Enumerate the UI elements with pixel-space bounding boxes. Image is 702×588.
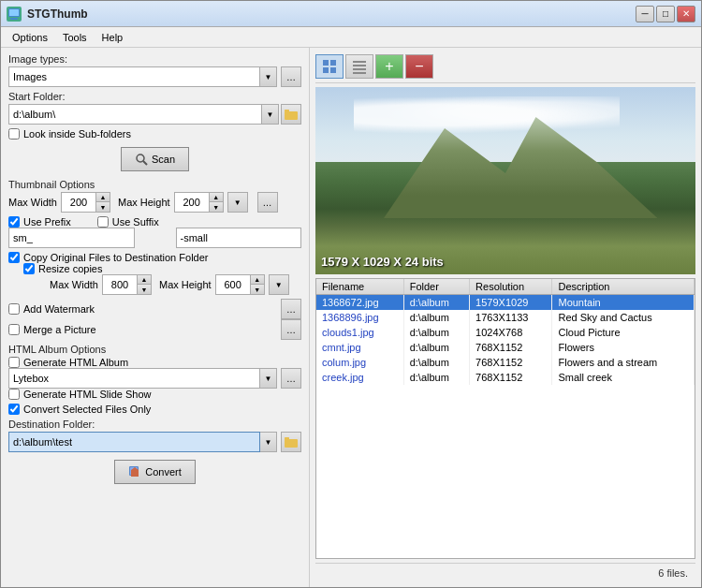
resize-max-width-up[interactable]: ▲ [138, 275, 151, 285]
thumb-max-width-input[interactable] [62, 193, 95, 212]
album-style-input[interactable] [8, 368, 260, 389]
image-types-input[interactable] [8, 66, 260, 87]
col-resolution[interactable]: Resolution [470, 279, 552, 295]
start-folder-combo: ▼ [8, 104, 279, 125]
menu-tools[interactable]: Tools [55, 30, 95, 45]
html-album-options-label: HTML Album Options [8, 344, 301, 355]
svg-line-7 [143, 161, 147, 165]
table-row[interactable]: creek.jpgd:\album768X1152Small creek [316, 370, 695, 385]
copy-original-label: Copy Original Files to Destination Folde… [23, 252, 208, 263]
resize-max-height-input[interactable] [216, 275, 250, 294]
scan-btn-row: Scan [8, 147, 301, 171]
resize-copies-checkbox[interactable] [23, 263, 35, 274]
svg-rect-20 [353, 72, 366, 74]
convert-selected-only-checkbox[interactable] [8, 404, 20, 415]
thumb-max-height-spin: ▲ ▼ [174, 192, 224, 213]
table-row[interactable]: cmnt.jpgd:\album768X1152Flowers [316, 340, 695, 355]
add-watermark-label: Add Watermark [23, 303, 95, 315]
menu-options[interactable]: Options [5, 30, 55, 45]
start-folder-input[interactable] [8, 104, 262, 125]
minimize-button[interactable]: ─ [636, 6, 654, 22]
col-description[interactable]: Description [552, 279, 695, 295]
resize-max-width-input[interactable] [103, 275, 137, 294]
cell-resolution: 1763X1133 [470, 310, 552, 325]
table-body: 1368672.jpgd:\album1579X1029Mountain1368… [316, 295, 695, 386]
resize-max-width-label: Max Width [50, 279, 98, 290]
table-row[interactable]: 1368896.jpgd:\album1763X1133Red Sky and … [316, 310, 695, 325]
thumb-max-height-input[interactable] [175, 193, 209, 212]
view-list-btn[interactable] [345, 54, 373, 79]
thumb-max-height-down[interactable]: ▼ [210, 202, 223, 212]
prefix-input[interactable] [8, 228, 135, 248]
resize-max-height-up[interactable]: ▲ [251, 275, 264, 285]
col-filename[interactable]: Filename [316, 279, 403, 295]
remove-files-btn[interactable]: − [405, 54, 433, 79]
start-folder-dropdown-btn[interactable]: ▼ [262, 104, 279, 125]
watermark-options-btn[interactable]: … [281, 299, 301, 319]
scan-button[interactable]: Scan [121, 147, 189, 171]
generate-html-slideshow-row: Generate HTML Slide Show [8, 389, 301, 400]
resize-height-dropdown[interactable]: ▼ [269, 274, 289, 295]
image-types-options-btn[interactable]: … [281, 66, 301, 87]
add-watermark-checkbox[interactable] [8, 303, 20, 315]
destination-folder-dropdown-btn[interactable]: ▼ [260, 432, 277, 452]
app-icon [7, 7, 22, 22]
thumb-height-dropdown[interactable]: ▼ [227, 192, 248, 213]
col-folder[interactable]: Folder [403, 279, 469, 295]
use-suffix-checkbox[interactable] [97, 216, 109, 228]
cell-folder: d:\album [403, 355, 469, 370]
copy-original-row: Copy Original Files to Destination Folde… [8, 252, 301, 263]
image-types-dropdown-btn[interactable]: ▼ [260, 66, 277, 87]
image-types-section: Image types: ▼ … [8, 53, 301, 87]
destination-folder-input[interactable] [8, 432, 260, 452]
svg-rect-2 [10, 18, 18, 20]
table-row[interactable]: clouds1.jpgd:\album1024X768Cloud Picture [316, 325, 695, 340]
start-folder-browse-btn[interactable] [281, 104, 301, 125]
svg-rect-9 [285, 437, 289, 440]
table-header-row: Filename Folder Resolution Description [316, 279, 695, 295]
convert-button[interactable]: Convert [114, 460, 196, 484]
resize-max-width-down[interactable]: ▼ [138, 285, 151, 294]
cell-filename: colum.jpg [316, 355, 403, 370]
svg-rect-1 [9, 9, 19, 16]
table-row[interactable]: colum.jpgd:\album768X1152Flowers and a s… [316, 355, 695, 370]
destination-folder-browse-btn[interactable] [281, 432, 301, 452]
resize-max-width-spinbtns: ▲ ▼ [137, 275, 151, 294]
maximize-button[interactable]: □ [656, 6, 675, 22]
thumb-max-width-up[interactable]: ▲ [96, 193, 110, 202]
svg-point-6 [137, 154, 144, 162]
resize-max-height-down[interactable]: ▼ [251, 285, 264, 294]
window-controls: ─ □ ✕ [636, 6, 695, 22]
resize-copies-label: Resize copies [38, 263, 102, 274]
copy-original-checkbox[interactable] [8, 252, 20, 263]
suffix-input[interactable] [176, 228, 302, 248]
cell-resolution: 1579X1029 [470, 295, 552, 311]
table-row[interactable]: 1368672.jpgd:\album1579X1029Mountain [316, 295, 695, 311]
use-prefix-checkbox[interactable] [8, 216, 20, 228]
album-style-dropdown-btn[interactable]: ▼ [260, 368, 277, 389]
merge-picture-options-btn[interactable]: … [281, 319, 301, 340]
look-inside-subfolders-checkbox[interactable] [8, 128, 20, 140]
svg-rect-14 [330, 60, 336, 66]
close-button[interactable]: ✕ [677, 6, 695, 22]
use-suffix-label: Use Suffix [112, 216, 159, 228]
view-thumbnails-btn[interactable] [315, 54, 344, 79]
cell-description: Small creek [552, 370, 695, 385]
menu-help[interactable]: Help [95, 30, 131, 45]
thumbnail-options-btn[interactable]: … [257, 192, 278, 213]
thumb-max-height-up[interactable]: ▲ [210, 193, 223, 202]
generate-html-slideshow-label: Generate HTML Slide Show [23, 389, 152, 400]
thumb-max-width-down[interactable]: ▼ [96, 202, 110, 212]
thumbnail-size-row: Max Width ▲ ▼ Max Height [8, 192, 301, 213]
cell-filename: 1368672.jpg [316, 295, 403, 311]
convert-selected-only-row: Convert Selected Files Only [8, 404, 301, 415]
album-style-options-btn[interactable]: … [281, 368, 301, 389]
generate-html-slideshow-checkbox[interactable] [8, 389, 20, 400]
right-panel: + − 1579 X 1029 X 24 bits Filename [310, 48, 701, 587]
generate-html-album-checkbox[interactable] [8, 357, 20, 368]
add-files-btn[interactable]: + [375, 54, 403, 79]
svg-rect-13 [323, 60, 329, 66]
destination-folder-label: Destination Folder: [8, 419, 301, 430]
thumb-max-width-group: Max Width ▲ ▼ [8, 192, 110, 213]
merge-picture-checkbox[interactable] [8, 324, 20, 335]
